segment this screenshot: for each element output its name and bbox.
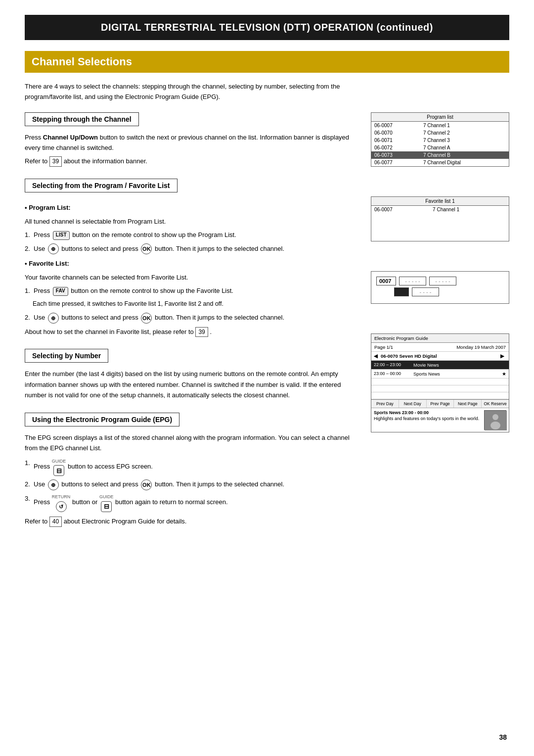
epg-prog-row-5	[371, 392, 509, 399]
epg-channel-row: ◀ 06-0070 Seven HD Digital ▶	[371, 352, 509, 361]
favorite-section: Selecting from the Program / Favorite Li…	[25, 179, 361, 337]
number-body: Enter the number (the last 4 digits) bas…	[25, 369, 361, 400]
epg-screen: Electronic Program Guide Page 1/1 Monday…	[371, 333, 509, 432]
number-box: 0007	[376, 277, 396, 285]
number-body-text: Enter the number (the last 4 digits) bas…	[25, 369, 361, 400]
updown-button-epg[interactable]: ⊕	[48, 479, 59, 490]
dash-box1: - - - - -	[399, 277, 426, 285]
fav-step-1-sub: Each time pressed, it switches to Favori…	[33, 299, 361, 309]
right-column: Program list 06-00077 Channel 1 06-00707…	[371, 112, 509, 539]
page-number: 38	[499, 733, 507, 741]
epg-next-day[interactable]: Next Day	[399, 400, 427, 408]
stepping-header: Stepping through the Channel	[25, 112, 139, 126]
epg-step-3: 3. Press RETURN ↺ button or GUIDE ⊟	[25, 493, 361, 512]
ok-button-epg[interactable]: OK	[141, 479, 152, 490]
updown-button[interactable]: ⊕	[48, 243, 59, 254]
favorite-body: Program List: All tuned channel is selec…	[25, 202, 361, 337]
number-section: Selecting by Number Enter the number (th…	[25, 349, 361, 400]
svg-point-2	[490, 422, 500, 429]
program-step-2: 2. Use ⊕ buttons to select and press OK …	[25, 243, 361, 255]
fav-ref-box: 39	[195, 327, 208, 337]
number-entry-screen: 0007 - - - - - - - - - - ▬ - - - -	[371, 271, 509, 304]
program-list-screen: Program list 06-00077 Channel 1 06-00707…	[371, 112, 509, 167]
epg-page-info: Page 1/1 Monday 19 March 2007	[371, 343, 509, 352]
epg-detail: Sports News 23:00 - 00:00 Highlights and…	[371, 408, 509, 432]
svg-point-1	[492, 414, 498, 420]
filled-box: ▬	[394, 287, 409, 296]
epg-footer: Prev Day Next Day Prev Page Next Page OK…	[371, 399, 509, 408]
epg-prev-day[interactable]: Prev Day	[371, 400, 399, 408]
epg-date: Monday 19 March 2007	[456, 344, 506, 350]
fav-button[interactable]: FAV	[53, 287, 68, 296]
left-column: Stepping through the Channel Press Chann…	[25, 112, 361, 539]
page-container: DIGITAL TERRESTRIAL TELEVISION (DTT) OPE…	[0, 0, 534, 756]
program-list-screen-title: Program list	[371, 113, 509, 122]
guide-button-wrap2: GUIDE ⊟	[99, 493, 114, 512]
table-row-empty	[371, 227, 509, 234]
epg-ref-box: 40	[49, 517, 62, 527]
table-row-empty	[371, 234, 509, 241]
number-header: Selecting by Number	[25, 349, 108, 363]
fav-list-screen-title: Favorite list 1	[371, 197, 509, 206]
dash-box3: - - - -	[412, 287, 439, 296]
intro-text: There are 4 ways to select the channels:…	[25, 82, 371, 102]
epg-body-text: The EPG screen displays a list of the st…	[25, 432, 361, 454]
ok-button-fav[interactable]: OK	[141, 313, 152, 324]
return-button-wrap: RETURN ↺	[52, 493, 71, 512]
ok-button-prog[interactable]: OK	[141, 243, 152, 254]
header-banner: DIGITAL TERRESTRIAL TELEVISION (DTT) OPE…	[25, 15, 509, 40]
epg-prog-row-4	[371, 385, 509, 392]
epg-detail-title: Sports News 23:00 - 00:00	[374, 410, 481, 415]
epg-screen-header: Electronic Program Guide	[371, 334, 509, 343]
epg-detail-image	[484, 410, 506, 430]
epg-detail-desc: Highlights and features on today's sport…	[374, 416, 481, 421]
epg-left-arrow: ◀	[374, 353, 378, 359]
epg-prev-page[interactable]: Prev Page	[427, 400, 454, 408]
epg-step-1: 1. Press GUIDE ⊟ button to access EPG sc…	[25, 458, 361, 476]
list-button[interactable]: LIST	[53, 231, 70, 240]
program-step-1: 1. Press LIST button on the remote contr…	[25, 230, 361, 240]
stepping-section: Stepping through the Channel Press Chann…	[25, 112, 361, 167]
stepping-ref-box: 39	[49, 156, 62, 167]
content-area: Stepping through the Channel Press Chann…	[25, 112, 509, 539]
epg-page: Page 1/1	[374, 344, 393, 350]
program-list-desc: All tuned channel is selectable from Pro…	[25, 216, 361, 227]
updown-button-fav[interactable]: ⊕	[48, 313, 59, 324]
dash-box2: - - - - -	[429, 277, 456, 285]
epg-ok-reserve[interactable]: OK Reserve	[482, 400, 509, 408]
table-row: 06-00077 Channel 1	[371, 122, 509, 129]
guide-button[interactable]: ⊟	[53, 465, 64, 476]
epg-channel-name: ◀ 06-0070 Seven HD Digital ▶	[371, 352, 509, 360]
fav-note: About how to set the channel in Favorite…	[25, 327, 361, 337]
epg-step-2: 2. Use ⊕ buttons to select and press OK …	[25, 479, 361, 490]
fav-step-2: 2. Use ⊕ buttons to select and press OK …	[25, 312, 361, 324]
favorite-list-screen: Favorite list 1 06-00077 Channel 1	[371, 196, 509, 241]
table-row: 06-00777 Channel Digital	[371, 159, 509, 166]
epg-detail-text: Sports News 23:00 - 00:00 Highlights and…	[374, 410, 481, 430]
epg-next-page[interactable]: Next Page	[454, 400, 482, 408]
fav-step-1: 1. Press FAV button on the remote contro…	[25, 285, 361, 296]
epg-prog-row-1: 22:00 – 23:00 Movie News	[371, 361, 509, 370]
number-entry-row1: 0007 - - - - - - - - - -	[376, 277, 504, 285]
program-list-table: 06-00077 Channel 1 06-00707 Channel 2 06…	[371, 122, 509, 166]
guide-button2[interactable]: ⊟	[101, 501, 112, 512]
stepping-body1: Press Channel Up/Down button to switch t…	[25, 132, 361, 153]
epg-body: The EPG screen displays a list of the st…	[25, 432, 361, 527]
fav-list-table: 06-00077 Channel 1	[371, 206, 509, 241]
return-button[interactable]: ↺	[56, 501, 67, 512]
table-row: 06-00707 Channel 2	[371, 129, 509, 137]
table-row-empty	[371, 220, 509, 227]
header-title: DIGITAL TERRESTRIAL TELEVISION (DTT) OPE…	[101, 22, 433, 33]
epg-prog-row-2: 23:00 – 00:00 Sports News ★	[371, 370, 509, 378]
number-entry-row2: ▬ - - - -	[376, 287, 504, 296]
epg-right-arrow: ▶	[500, 353, 504, 359]
fav-list-desc: Your favorite channels can be selected f…	[25, 272, 361, 283]
epg-section: Using the Electronic Program Guide (EPG)…	[25, 413, 361, 527]
stepping-body: Press Channel Up/Down button to switch t…	[25, 132, 361, 167]
favorite-header: Selecting from the Program / Favorite Li…	[25, 179, 178, 192]
epg-image-placeholder	[485, 411, 507, 430]
program-list-title: Program List:	[25, 202, 361, 213]
section-title: Channel Selections	[25, 51, 509, 73]
epg-header: Using the Electronic Program Guide (EPG)	[25, 413, 179, 426]
guide-button-wrap: GUIDE ⊟	[52, 458, 66, 476]
